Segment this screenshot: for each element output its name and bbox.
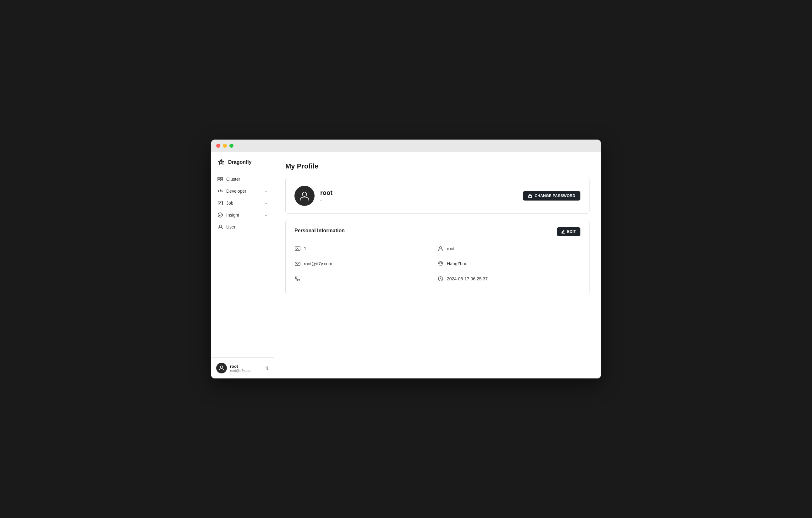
profile-name-section: root - — [320, 189, 332, 202]
app-name: Dragonfly — [228, 160, 252, 165]
location-field: HangZhou — [437, 256, 580, 271]
insight-chevron-icon: ⌄ — [264, 213, 267, 217]
created-at-field: 2024-06-17 06:25:37 — [437, 271, 580, 286]
sidebar-logo[interactable]: Dragonfly — [211, 159, 274, 173]
svg-rect-13 — [528, 196, 532, 198]
profile-card: root - CHANGE PASSWORD — [285, 178, 589, 214]
info-card: Personal Information EDIT — [285, 220, 589, 294]
svg-rect-4 — [218, 179, 220, 181]
id-icon — [294, 246, 301, 252]
sidebar-user-avatar — [216, 363, 227, 373]
profile-name: root — [320, 189, 332, 197]
id-value: 1 — [304, 246, 307, 251]
location-icon — [437, 261, 444, 267]
email-icon — [294, 261, 301, 267]
sidebar-nav: Cluster Developer ⌄ — [211, 173, 274, 357]
user-icon — [218, 224, 223, 230]
location-value: HangZhou — [447, 261, 467, 266]
username-icon — [437, 246, 444, 252]
minimize-button[interactable] — [223, 144, 227, 148]
user-label: User — [226, 224, 236, 229]
page-title: My Profile — [285, 162, 589, 170]
edit-label: EDIT — [567, 229, 576, 234]
sidebar-item-user[interactable]: User — [214, 221, 271, 233]
insight-icon — [218, 212, 223, 218]
svg-rect-2 — [218, 177, 220, 179]
username-field: root — [437, 241, 580, 256]
sidebar-item-insight[interactable]: Insight ⌄ — [214, 209, 271, 221]
svg-point-21 — [440, 262, 441, 264]
svg-point-11 — [220, 366, 223, 368]
change-password-button[interactable]: CHANGE PASSWORD — [523, 191, 580, 201]
developer-chevron-icon: ⌄ — [264, 189, 267, 193]
svg-point-19 — [440, 247, 442, 249]
svg-point-12 — [302, 192, 307, 197]
email-value: root@d7y.com — [304, 261, 332, 266]
svg-rect-5 — [221, 179, 223, 181]
sidebar-item-developer[interactable]: Developer ⌄ — [214, 185, 271, 197]
dragonfly-icon — [218, 159, 225, 166]
svg-point-16 — [296, 248, 297, 250]
sidebar: Dragonfly Cluster — [211, 152, 274, 378]
phone-icon — [294, 276, 301, 282]
svg-line-6 — [220, 190, 221, 193]
username-value: root — [447, 246, 455, 251]
phone-field: - — [294, 271, 437, 286]
app-window: Dragonfly Cluster — [211, 140, 601, 378]
main-content: My Profile root - — [274, 152, 601, 378]
profile-avatar — [294, 186, 315, 206]
insight-label: Insight — [226, 212, 239, 218]
svg-rect-3 — [221, 177, 223, 179]
job-icon — [218, 200, 223, 206]
job-chevron-icon: ⌄ — [264, 201, 267, 205]
sidebar-user-section[interactable]: root root@d7y.com ⇅ — [211, 357, 274, 378]
edit-button[interactable]: EDIT — [557, 227, 580, 236]
id-field: 1 — [294, 241, 437, 256]
cluster-icon — [218, 176, 223, 182]
personal-info-title: Personal Information — [294, 228, 580, 234]
sidebar-user-info: root root@d7y.com — [230, 364, 262, 372]
change-password-label: CHANGE PASSWORD — [534, 194, 575, 198]
sidebar-user-name: root — [230, 364, 262, 369]
close-button[interactable] — [216, 144, 220, 148]
sidebar-item-job[interactable]: Job ⌄ — [214, 197, 271, 209]
sort-icon: ⇅ — [265, 366, 269, 371]
titlebar — [211, 140, 601, 152]
created-at-value: 2024-06-17 06:25:37 — [447, 276, 488, 281]
job-label: Job — [226, 201, 233, 206]
app-body: Dragonfly Cluster — [211, 152, 601, 378]
sidebar-item-cluster[interactable]: Cluster — [214, 173, 271, 185]
info-grid: 1 root — [294, 241, 580, 286]
svg-rect-20 — [295, 262, 300, 266]
profile-subtitle: - — [320, 198, 332, 202]
email-field: root@d7y.com — [294, 256, 437, 271]
phone-value: - — [304, 276, 306, 281]
svg-point-10 — [219, 225, 222, 227]
developer-icon — [218, 188, 223, 194]
cluster-label: Cluster — [226, 177, 240, 182]
clock-icon — [437, 276, 444, 282]
maximize-button[interactable] — [229, 144, 233, 148]
sidebar-user-email: root@d7y.com — [230, 369, 262, 372]
developer-label: Developer — [226, 189, 246, 194]
